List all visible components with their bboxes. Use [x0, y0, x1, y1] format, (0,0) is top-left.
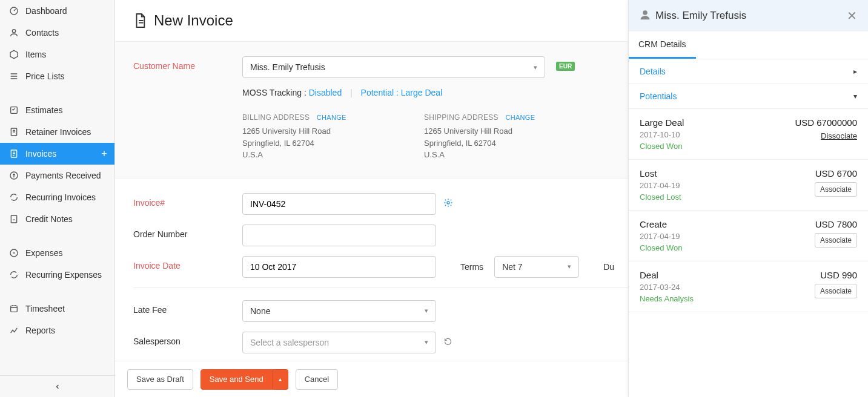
panel-potentials-row[interactable]: Potentials ▾ [629, 84, 868, 109]
potential-date: 2017-04-19 [640, 181, 681, 190]
potential-status: Closed Won [640, 142, 684, 151]
gear-icon[interactable] [443, 198, 453, 209]
save-draft-button[interactable]: Save as Draft [127, 369, 193, 390]
invoice-num-value[interactable] [250, 199, 428, 209]
potential-status: Needs Analysis [640, 294, 694, 303]
terms-value: Net 7 [502, 262, 522, 272]
sidebar-item-timesheet[interactable]: Timesheet [0, 298, 114, 320]
potential-date: 2017-03-24 [640, 283, 694, 292]
invoice-date-value[interactable] [250, 262, 428, 272]
salesperson-select[interactable]: Select a salesperson ▾ [242, 332, 436, 353]
estimates-icon [8, 105, 19, 115]
sidebar-collapse-button[interactable] [0, 375, 114, 397]
billing-change-link[interactable]: CHANGE [317, 114, 346, 121]
refresh-icon[interactable] [443, 337, 452, 348]
sidebar-item-contacts[interactable]: Contacts [0, 22, 114, 44]
moss-label: MOSS Tracking : [242, 88, 306, 97]
late-fee-label: Late Fee [133, 300, 242, 315]
sidebar-item-label: Payments Received [25, 171, 101, 180]
billing-line3: U.S.A [242, 149, 400, 161]
chevron-right-icon: ▸ [853, 67, 857, 76]
shipping-change-link[interactable]: CHANGE [505, 114, 535, 121]
svg-rect-6 [11, 215, 16, 223]
chevron-down-icon: ▾ [534, 64, 537, 71]
potential-item: Deal 2017-03-24 Needs Analysis USD 990 A… [629, 261, 868, 312]
sidebar-item-label: Expenses [25, 248, 62, 258]
close-icon[interactable]: ✕ [847, 8, 857, 23]
sidebar-item-label: Price Lists [25, 71, 65, 81]
svg-rect-2 [11, 107, 18, 114]
save-send-dropdown[interactable]: ▴ [273, 369, 288, 390]
sidebar-item-label: Estimates [25, 105, 62, 115]
chevron-down-icon: ▾ [425, 307, 428, 315]
chevron-down-icon: ▾ [425, 338, 428, 346]
timesheet-icon [8, 304, 19, 313]
potential-amount: USD 6700 [815, 168, 857, 179]
sidebar-item-creditnotes[interactable]: Credit Notes [0, 208, 114, 230]
potential-item: Large Deal 2017-10-10 Closed Won USD 670… [629, 109, 868, 160]
potential-date: 2017-04-19 [640, 232, 683, 241]
sidebar-item-invoices[interactable]: Invoices + [0, 143, 114, 165]
late-fee-select[interactable]: None ▾ [242, 300, 436, 322]
sidebar-item-estimates[interactable]: Estimates [0, 99, 114, 121]
svg-rect-8 [11, 306, 18, 312]
associate-button[interactable]: Associate [815, 284, 857, 298]
terms-select[interactable]: Net 7 ▾ [494, 256, 579, 278]
tab-crm-details[interactable]: CRM Details [629, 31, 696, 59]
sidebar-item-items[interactable]: Items [0, 44, 114, 65]
expenses-icon [8, 248, 19, 258]
save-send-button[interactable]: Save and Send [200, 369, 273, 390]
associate-button[interactable]: Associate [815, 182, 857, 197]
invoice-date-label: Invoice Date [133, 256, 242, 271]
associate-button[interactable]: Associate [815, 233, 857, 248]
add-invoice-icon[interactable]: + [101, 148, 107, 160]
sidebar: Dashboard Contacts Items Price Lists Est… [0, 0, 115, 397]
potential-name: Large Deal [640, 117, 684, 128]
customer-select[interactable]: Miss. Emily Trefusis ▾ [242, 56, 545, 78]
late-fee-value: None [250, 306, 270, 316]
sidebar-item-label: Invoices [25, 149, 56, 159]
billing-head: BILLING ADDRESS [242, 113, 310, 122]
potential-link[interactable]: Potential : Large Deal [361, 88, 443, 97]
billing-line2: Springfield, IL 62704 [242, 137, 400, 149]
sidebar-item-dashboard[interactable]: Dashboard [0, 0, 114, 22]
contacts-icon [8, 28, 19, 38]
shipping-address: SHIPPING ADDRESS CHANGE 1265 University … [424, 113, 581, 161]
recurring-expenses-icon [8, 270, 19, 280]
order-num-input[interactable] [242, 225, 436, 246]
sidebar-item-recurring-invoices[interactable]: Recurring Invoices [0, 186, 114, 208]
potential-amount: USD 67000000 [795, 117, 857, 128]
crm-panel: Miss. Emily Trefusis ✕ CRM Details Detai… [628, 0, 868, 397]
sidebar-item-retainer[interactable]: Retainer Invoices [0, 121, 114, 143]
creditnotes-icon [8, 214, 19, 224]
sidebar-item-label: Retainer Invoices [25, 127, 91, 137]
moss-status-link[interactable]: Disabled [309, 88, 342, 97]
invoice-num-input[interactable] [242, 193, 436, 215]
sidebar-item-label: Contacts [25, 28, 59, 38]
panel-potentials-label: Potentials [640, 91, 677, 101]
dissociate-link[interactable]: Dissociate [821, 131, 857, 140]
potential-name: Lost [640, 168, 681, 179]
customer-name-label: Customer Name [133, 56, 242, 71]
order-num-value[interactable] [250, 231, 428, 240]
terms-label: Terms [460, 262, 483, 272]
sidebar-item-expenses[interactable]: Expenses [0, 242, 114, 264]
customer-select-value: Miss. Emily Trefusis [250, 62, 325, 72]
panel-details-row[interactable]: Details ▸ [629, 59, 868, 84]
order-num-label: Order Number [133, 225, 242, 239]
potential-item: Create 2017-04-19 Closed Won USD 7800 As… [629, 211, 868, 261]
sidebar-item-recurring-expenses[interactable]: Recurring Expenses [0, 264, 114, 286]
svg-point-1 [12, 30, 15, 33]
panel-details-label: Details [640, 67, 666, 76]
panel-tabs: CRM Details [629, 31, 868, 59]
invoice-date-input[interactable] [242, 256, 436, 278]
shipping-line3: U.S.A [424, 149, 581, 161]
sidebar-item-label: Timesheet [25, 304, 65, 313]
cancel-button[interactable]: Cancel [296, 369, 338, 390]
recurring-icon [8, 192, 19, 202]
sidebar-item-reports[interactable]: Reports [0, 320, 114, 341]
potential-amount: USD 7800 [815, 219, 857, 229]
panel-header: Miss. Emily Trefusis ✕ [629, 0, 868, 31]
sidebar-item-payments[interactable]: Payments Received [0, 165, 114, 186]
sidebar-item-pricelists[interactable]: Price Lists [0, 65, 114, 87]
